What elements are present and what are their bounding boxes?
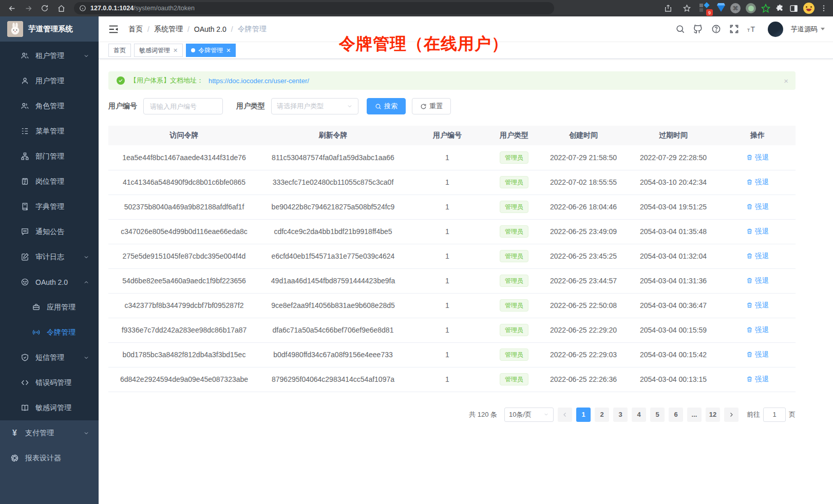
- user-menu[interactable]: 芋道源码: [791, 25, 825, 34]
- page-size-select[interactable]: 10条/页: [504, 408, 554, 422]
- force-logout-button[interactable]: 强退: [746, 153, 769, 162]
- help-icon[interactable]: [711, 24, 721, 34]
- page-button-3[interactable]: 3: [613, 408, 628, 422]
- fullscreen-icon[interactable]: [729, 24, 739, 34]
- sidebar-item-post[interactable]: 岗位管理: [0, 169, 99, 194]
- search-button[interactable]: 搜索: [367, 98, 406, 114]
- extension-command-icon[interactable]: ⌘: [730, 3, 741, 13]
- sidebar-item-label: 字典管理: [35, 202, 64, 211]
- user-type-badge: 管理员: [500, 151, 528, 164]
- force-logout-button[interactable]: 强退: [746, 178, 769, 187]
- sidebar-item-dept[interactable]: 部门管理: [0, 144, 99, 169]
- user-type-select[interactable]: 请选择用户类型: [271, 98, 358, 114]
- browser-reload-icon[interactable]: [38, 2, 51, 15]
- tag-close-icon[interactable]: ✕: [226, 47, 231, 54]
- profile-avatar-icon[interactable]: [803, 3, 815, 14]
- sidebar-item-label: 岗位管理: [35, 177, 64, 186]
- alert-close-icon[interactable]: ×: [784, 76, 788, 85]
- dictionary-icon: [21, 202, 29, 211]
- page-button-4[interactable]: 4: [632, 408, 646, 422]
- sidebar-item-notice[interactable]: 通知公告: [0, 219, 99, 244]
- sidebar-item-report-designer[interactable]: 报表设计器: [0, 445, 99, 471]
- force-logout-button[interactable]: 强退: [746, 227, 769, 236]
- tag-close-icon[interactable]: ✕: [173, 47, 178, 54]
- tag-token[interactable]: 令牌管理✕: [186, 44, 236, 57]
- force-logout-button[interactable]: 强退: [746, 251, 769, 261]
- search-icon: [375, 103, 382, 110]
- select-placeholder: 请选择用户类型: [277, 102, 324, 111]
- alert-text: 【用户体系】文档地址：: [130, 76, 203, 85]
- user-id-input[interactable]: [143, 98, 223, 114]
- address-bar[interactable]: 127.0.0.1:1024/system/oauth2/token: [74, 2, 554, 14]
- extension-gem-icon[interactable]: [717, 5, 725, 12]
- chevron-down-icon: [347, 103, 353, 109]
- extension-record-icon[interactable]: [746, 3, 756, 13]
- search-icon[interactable]: [675, 24, 685, 34]
- trash-icon: [746, 203, 753, 210]
- browser-home-icon[interactable]: [54, 2, 68, 15]
- org-tree-icon: [21, 152, 29, 161]
- reset-button[interactable]: 重置: [412, 98, 451, 114]
- force-logout-button[interactable]: 强退: [746, 301, 769, 310]
- doc-link[interactable]: https://doc.iocoder.cn/user-center/: [209, 77, 309, 85]
- app-logo-row[interactable]: 芋道管理系统: [0, 16, 99, 42]
- force-logout-button[interactable]: 强退: [746, 276, 769, 285]
- page-button-6[interactable]: 6: [669, 408, 683, 422]
- sidebar-item-role[interactable]: 角色管理: [0, 93, 99, 119]
- tag-home[interactable]: 首页: [108, 44, 131, 57]
- sidebar-item-audit-log[interactable]: 审计日志: [0, 244, 99, 269]
- sidebar-item-sms[interactable]: 短信管理: [0, 345, 99, 370]
- user-type-badge: 管理员: [500, 299, 528, 312]
- share-icon[interactable]: [661, 2, 675, 15]
- sidebar-item-pay[interactable]: ¥ 支付管理: [0, 420, 99, 445]
- trash-icon: [746, 253, 753, 259]
- sidebar-item-oauth[interactable]: OAuth 2.0: [0, 269, 99, 295]
- users-icon: [21, 102, 29, 110]
- github-icon[interactable]: [693, 24, 703, 34]
- user-type-badge: 管理员: [500, 324, 528, 336]
- prev-page-button[interactable]: [558, 408, 572, 422]
- page-button-12[interactable]: 12: [706, 408, 720, 422]
- user-type-badge: 管理员: [500, 201, 528, 213]
- force-logout-button[interactable]: 强退: [746, 202, 769, 211]
- bookmark-star-icon[interactable]: [680, 2, 693, 15]
- sidebar-item-errcode[interactable]: 错误码管理: [0, 370, 99, 395]
- page-button-1[interactable]: 1: [576, 408, 591, 422]
- sidebar-item-oauth-token[interactable]: 令牌管理: [0, 320, 99, 345]
- sidebar-item-label: 错误码管理: [35, 378, 71, 387]
- next-page-button[interactable]: [724, 408, 739, 422]
- breadcrumb-system[interactable]: 系统管理: [154, 25, 183, 34]
- side-panel-icon[interactable]: [789, 4, 798, 13]
- extension-star-icon[interactable]: [761, 4, 770, 13]
- sidebar-item-dict[interactable]: 字典管理: [0, 194, 99, 219]
- sidebar-item-tenant[interactable]: 租户管理: [0, 43, 99, 68]
- extension-tabs-icon[interactable]: 9: [698, 3, 712, 14]
- table-row: 6d842e2924594de9a09e45e087323abe8796295f…: [108, 367, 796, 392]
- breadcrumb-oauth[interactable]: OAuth 2.0: [194, 25, 226, 33]
- page-ellipsis[interactable]: ...: [687, 408, 702, 422]
- active-dot: [191, 48, 195, 52]
- goto-page-input[interactable]: [763, 408, 786, 422]
- sidebar-item-sensitive-word[interactable]: 敏感词管理: [0, 395, 99, 420]
- force-logout-button[interactable]: 强退: [746, 350, 769, 359]
- tag-label: 敏感词管理: [139, 46, 170, 55]
- user-avatar[interactable]: [768, 22, 783, 37]
- browser-menu-icon[interactable]: [820, 4, 828, 12]
- doc-alert: 【用户体系】文档地址： https://doc.iocoder.cn/user-…: [108, 71, 796, 90]
- font-size-icon[interactable]: TT: [747, 24, 757, 34]
- extensions-puzzle-icon[interactable]: [775, 4, 784, 13]
- browser-back-icon[interactable]: [5, 2, 18, 15]
- page-button-2[interactable]: 2: [595, 408, 609, 422]
- sidebar-item-user[interactable]: 用户管理: [0, 68, 99, 93]
- breadcrumb-home[interactable]: 首页: [128, 25, 143, 34]
- sidebar-item-oauth-app[interactable]: 应用管理: [0, 295, 99, 320]
- site-info-icon[interactable]: [79, 5, 86, 12]
- tag-sensitive-word[interactable]: 敏感词管理✕: [134, 44, 183, 57]
- force-logout-button[interactable]: 强退: [746, 375, 769, 384]
- sidebar-item-menu[interactable]: 菜单管理: [0, 119, 99, 144]
- browser-forward-icon[interactable]: [22, 2, 35, 15]
- user-type-badge: 管理员: [500, 348, 528, 361]
- force-logout-button[interactable]: 强退: [746, 325, 769, 335]
- sidebar-collapse-icon[interactable]: [108, 24, 119, 35]
- page-button-5[interactable]: 5: [650, 408, 665, 422]
